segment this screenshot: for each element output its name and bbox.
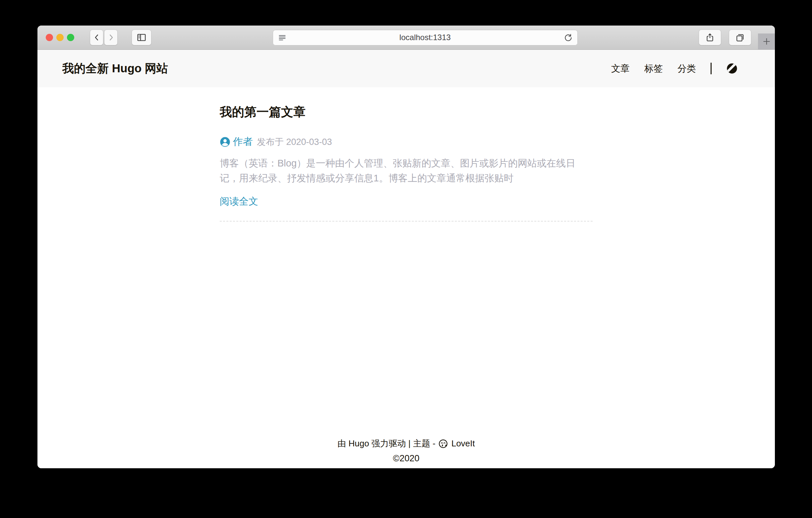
copyright-text: ©2020 xyxy=(37,453,775,464)
minimize-button[interactable] xyxy=(56,34,64,41)
maximize-button[interactable] xyxy=(67,34,74,41)
nav-item-posts[interactable]: 文章 xyxy=(611,62,630,75)
footer-powered-line: 由 Hugo 强力驱动 | 主题 - LoveIt xyxy=(37,438,775,449)
browser-toolbar: localhost:1313 xyxy=(37,26,775,50)
read-more-link[interactable]: 阅读全文 xyxy=(220,195,258,208)
share-icon xyxy=(705,32,715,43)
tabs-button[interactable] xyxy=(729,30,751,45)
site-nav: 文章 标签 分类 xyxy=(611,62,738,75)
nav-item-tags[interactable]: 标签 xyxy=(644,62,663,75)
nav-item-categories[interactable]: 分类 xyxy=(677,62,696,75)
summary-divider xyxy=(220,221,592,221)
post-summary-text: 博客（英语：Blog）是一种由个人管理、张贴新的文章、图片或影片的网站或在线日记… xyxy=(220,156,592,186)
page-content: 我的第一篇文章 作者 发布于 2020-03-03 博客（英语：Blog） xyxy=(37,87,775,438)
post-publish-info: 发布于 2020-03-03 xyxy=(257,136,332,148)
history-nav-buttons xyxy=(90,30,117,45)
browser-window: localhost:1313 xyxy=(37,26,775,468)
site-header: 我的全新 Hugo 网站 文章 标签 分类 xyxy=(37,50,775,87)
kiss-emoji-icon xyxy=(438,439,448,449)
site-footer: 由 Hugo 强力驱动 | 主题 - LoveIt ©2020 xyxy=(37,438,775,468)
url-text[interactable]: localhost:1313 xyxy=(287,33,564,42)
close-button[interactable] xyxy=(46,34,53,41)
post-title-link[interactable]: 我的第一篇文章 xyxy=(220,104,592,120)
post-list: 我的第一篇文章 作者 发布于 2020-03-03 博客（英语：Blog） xyxy=(220,87,592,221)
share-button[interactable] xyxy=(699,30,721,45)
post-meta: 作者 发布于 2020-03-03 xyxy=(220,135,592,148)
footer-powered-text: 由 Hugo 强力驱动 | 主题 - xyxy=(338,438,435,449)
post-summary-card: 我的第一篇文章 作者 发布于 2020-03-03 博客（英语：Blog） xyxy=(220,104,592,221)
new-tab-icon xyxy=(762,37,771,46)
tabs-icon xyxy=(735,32,745,43)
site-title[interactable]: 我的全新 Hugo 网站 xyxy=(62,61,168,76)
sidebar-toggle-button[interactable] xyxy=(132,30,151,45)
toolbar-right-buttons xyxy=(699,30,751,45)
footer-theme-link[interactable]: LoveIt xyxy=(452,438,475,449)
reload-icon[interactable] xyxy=(564,33,573,42)
new-tab-button[interactable] xyxy=(758,33,775,49)
forward-button[interactable] xyxy=(105,30,117,45)
back-button[interactable] xyxy=(90,30,103,45)
window-controls xyxy=(46,34,74,41)
back-icon xyxy=(92,33,101,42)
post-author-link[interactable]: 作者 xyxy=(233,135,253,148)
reader-icon[interactable] xyxy=(278,33,287,42)
desktop-background: localhost:1313 xyxy=(0,0,812,518)
author-icon xyxy=(220,137,230,147)
theme-toggle-icon[interactable] xyxy=(726,63,738,74)
nav-divider xyxy=(710,63,712,74)
forward-icon xyxy=(107,33,115,42)
address-bar[interactable]: localhost:1313 xyxy=(273,30,578,46)
sidebar-icon xyxy=(136,32,147,43)
